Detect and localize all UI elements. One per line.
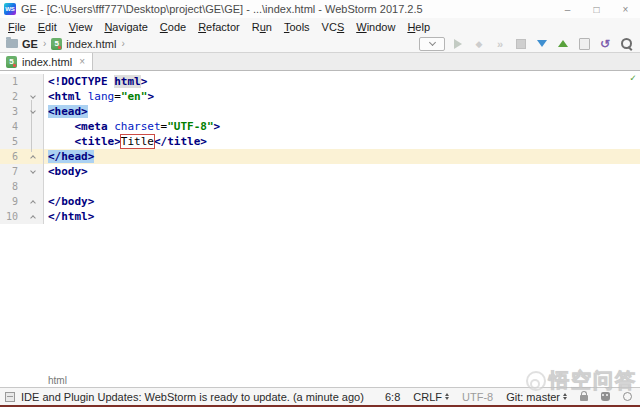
toolbar-right-icons: ◆»↺ — [419, 36, 634, 52]
code-editor[interactable]: 1<!DOCTYPE html>2<html lang="en">3<head>… — [0, 71, 640, 374]
code-token: <html — [48, 90, 88, 103]
notification-icon[interactable] — [623, 392, 632, 401]
status-message[interactable]: IDE and Plugin Updates: WebStorm is read… — [5, 391, 364, 403]
code-text: <body> — [44, 164, 88, 179]
editor-breadcrumb-bar: html — [0, 374, 640, 387]
window-title: GE - [C:\Users\fff777\Desktop\project\GE… — [21, 3, 423, 15]
menu-run[interactable]: Run — [246, 21, 278, 33]
inspections-ok-icon[interactable]: ✓ — [630, 72, 636, 83]
code-line[interactable]: 7<body> — [0, 164, 640, 179]
code-line[interactable]: 10</html> — [0, 209, 640, 224]
code-text: </body> — [44, 194, 94, 209]
code-token — [48, 120, 75, 133]
run-config-combo[interactable] — [419, 37, 445, 51]
code-text — [44, 179, 48, 194]
breadcrumb-ge[interactable]: GE — [6, 38, 38, 50]
menu-view[interactable]: View — [63, 21, 99, 33]
code-text: <html lang="en"> — [44, 89, 154, 104]
code-line[interactable]: 2<html lang="en"> — [0, 89, 640, 104]
revert-icon[interactable]: ↺ — [597, 36, 613, 52]
line-number: 7 — [0, 164, 18, 179]
code-line[interactable]: 6</head> — [0, 149, 640, 164]
dropdown-indicator-icon — [563, 393, 567, 400]
menu-navigate[interactable]: Navigate — [98, 21, 153, 33]
gutter: 9 — [0, 194, 44, 209]
code-line[interactable]: 9</body> — [0, 194, 640, 209]
line-number: 5 — [0, 134, 18, 149]
code-token: > — [141, 75, 148, 88]
menu-window[interactable]: Window — [350, 21, 401, 33]
toolbar: GE›index.html› ◆»↺ — [0, 35, 640, 53]
tab-close-icon[interactable]: × — [79, 56, 85, 67]
code-line[interactable]: 8 — [0, 179, 640, 194]
line-number: 1 — [0, 74, 18, 89]
line-separator[interactable]: CRLF — [413, 391, 449, 403]
code-text: </head> — [44, 149, 94, 164]
menu-refactor[interactable]: Refactor — [192, 21, 246, 33]
code-token: <head> — [48, 105, 88, 118]
run-icon[interactable] — [450, 36, 466, 52]
close-button[interactable]: × — [611, 0, 640, 18]
menu-bar: FileEditViewNavigateCodeRefactorRunTools… — [0, 18, 640, 35]
code-token: "en" — [121, 90, 148, 103]
line-number: 6 — [0, 149, 18, 164]
diff-icon[interactable] — [576, 36, 592, 52]
lock-icon[interactable] — [580, 395, 588, 401]
menu-file[interactable]: File — [2, 21, 32, 33]
menu-vcs[interactable]: VCS — [316, 21, 351, 33]
code-line[interactable]: 4 <meta charset="UTF-8"> — [0, 119, 640, 134]
code-token: </body> — [48, 195, 94, 208]
fold-marker[interactable] — [27, 156, 39, 158]
menu-code[interactable]: Code — [154, 21, 192, 33]
code-token: html — [114, 75, 141, 88]
fold-marker[interactable] — [27, 201, 39, 203]
fold-marker[interactable] — [27, 216, 39, 218]
fold-marker[interactable] — [27, 171, 39, 173]
code-line[interactable]: 5 <title>Title</title> — [0, 134, 640, 149]
code-line[interactable]: 3<head> — [0, 104, 640, 119]
search-everywhere-icon[interactable] — [618, 36, 634, 52]
code-token: </head> — [48, 150, 94, 163]
code-token: "UTF-8" — [167, 120, 213, 133]
gutter: 5 — [0, 134, 44, 149]
line-number: 2 — [0, 89, 18, 104]
fold-marker[interactable] — [27, 111, 39, 113]
tab-index-html[interactable]: index.html × — [0, 53, 93, 70]
commit-icon[interactable] — [555, 36, 571, 52]
maximize-button[interactable]: □ — [582, 0, 611, 18]
fold-marker[interactable] — [27, 96, 39, 98]
toolwindow-toggle-icon[interactable] — [5, 392, 15, 402]
update-project-icon[interactable] — [534, 36, 550, 52]
git-branch[interactable]: Git: master — [506, 391, 567, 403]
line-number: 8 — [0, 179, 18, 194]
html-file-icon — [6, 56, 17, 68]
line-number: 9 — [0, 194, 18, 209]
compile-icon[interactable]: ◆ — [471, 36, 487, 52]
breadcrumb-separator: › — [121, 38, 124, 49]
code-token: > — [214, 120, 221, 133]
minimize-button[interactable]: – — [553, 0, 582, 18]
menu-help[interactable]: Help — [401, 21, 436, 33]
line-number: 3 — [0, 104, 18, 119]
breadcrumb-index-html[interactable]: index.html — [51, 38, 116, 50]
status-bar: IDE and Plugin Updates: WebStorm is read… — [0, 387, 640, 405]
menu-tools[interactable]: Tools — [278, 21, 316, 33]
hector-icon[interactable] — [601, 392, 610, 401]
code-line[interactable]: 1<!DOCTYPE html> — [0, 74, 640, 89]
code-text: <meta charset="UTF-8"> — [44, 119, 220, 134]
webstorm-app-icon: WS — [4, 3, 16, 15]
breadcrumb-html-tag[interactable]: html — [48, 375, 67, 386]
stop-icon[interactable] — [513, 36, 529, 52]
code-token: </html> — [48, 210, 94, 223]
status-message-text: IDE and Plugin Updates: WebStorm is read… — [21, 391, 364, 403]
tab-label: index.html — [22, 56, 72, 68]
caret-position[interactable]: 6:8 — [385, 391, 400, 403]
editor-tab-bar: index.html × — [0, 53, 640, 71]
code-token: Title — [121, 135, 154, 148]
skip-icon[interactable]: » — [492, 36, 508, 52]
code-text: <title>Title</title> — [44, 134, 207, 149]
encoding[interactable]: UTF-8 — [462, 391, 493, 403]
gutter: 1 — [0, 74, 44, 89]
menu-edit[interactable]: Edit — [32, 21, 63, 33]
gutter: 8 — [0, 179, 44, 194]
